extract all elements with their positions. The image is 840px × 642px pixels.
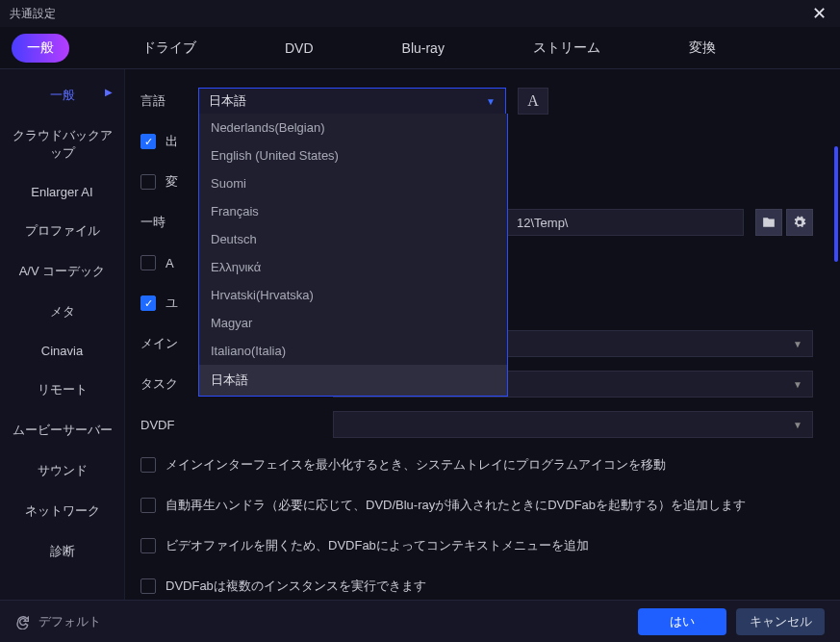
sidebar-item-profile[interactable]: プロファイル [0,211,124,251]
cancel-button[interactable]: キャンセル [736,608,825,635]
language-option[interactable]: Ελληνικά [199,253,507,281]
language-option[interactable]: English (United States) [199,141,507,169]
checkbox-out[interactable] [140,134,156,149]
browse-folder-button[interactable] [755,209,782,236]
language-option[interactable]: Deutsch [199,225,507,253]
checkbox-autoplay-handler[interactable] [140,498,156,513]
language-option[interactable]: Hrvatski(Hrvatska) [199,281,507,309]
language-option[interactable]: Suomi [199,169,507,197]
sidebar: 一般 クラウドバックアップ Enlarger AI プロファイル A/V コーデ… [0,69,125,600]
titlebar: 共通設定 ✕ [0,0,840,27]
checkbox-multiple-instances[interactable] [140,578,156,594]
language-dropdown-list[interactable]: Nederlands(Belgian) English (United Stat… [198,114,508,397]
sidebar-item-av-codec[interactable]: A/V コーデック [0,251,124,292]
chevron-down-icon: ▼ [793,339,802,349]
tab-stream[interactable]: ストリーム [518,34,616,63]
dvdf-select-label: DVDF [140,418,179,432]
language-option[interactable]: Italiano(Italia) [199,337,507,365]
sidebar-item-movie-server[interactable]: ムービーサーバー [0,410,124,450]
chevron-down-icon: ▼ [486,96,496,107]
checkbox-a[interactable] [140,255,156,270]
temp-dir-value: 12\Temp\ [517,216,568,230]
language-option[interactable]: Français [199,197,507,225]
language-option[interactable]: Magyar [199,309,507,337]
chevron-down-icon: ▼ [793,420,802,430]
checkbox-minimize-to-tray[interactable] [140,457,156,473]
language-option-selected[interactable]: 日本語 [199,365,507,396]
ok-button[interactable]: はい [638,608,726,635]
checkbox-change-label: 変 [165,173,178,191]
checkbox-user[interactable] [140,295,156,311]
window-title: 共通設定 [10,6,56,22]
sidebar-item-cinavia[interactable]: Cinavia [0,332,124,370]
tab-general[interactable]: 一般 [12,34,69,63]
sidebar-item-meta[interactable]: メタ [0,292,124,332]
dvdf-select[interactable]: ▼ [333,411,813,438]
sidebar-item-sound[interactable]: サウンド [0,450,124,491]
language-select[interactable]: 日本語 ▼ [198,88,506,115]
main-select-label: メイン [140,335,179,352]
tab-convert[interactable]: 変換 [674,34,731,63]
settings-gear-button[interactable] [786,209,813,236]
temp-dir-input[interactable]: 12\Temp\ [506,209,744,236]
language-selected-value: 日本語 [209,92,246,110]
checkbox-context-menu[interactable] [140,538,156,553]
checkbox-minimize-to-tray-label: メインインターフェイスを最小化するとき、システムトレイにプログラムアイコンを移動 [165,456,666,474]
sidebar-item-cloud-backup[interactable]: クラウドバックアップ [0,116,124,173]
font-button[interactable]: A [518,88,548,115]
content-panel: 言語 日本語 ▼ A 出 変 一時 12\Temp\ [125,69,840,600]
scrollbar-thumb[interactable] [834,146,838,262]
sidebar-item-diagnostics[interactable]: 診断 [0,531,124,572]
temp-dir-label: 一時 [140,214,179,231]
tab-dvd[interactable]: DVD [269,35,329,62]
main-tabs: 一般 ドライブ DVD Blu-ray ストリーム 変換 [0,27,840,69]
tab-bluray[interactable]: Blu-ray [387,35,460,62]
refresh-icon [15,614,31,629]
checkbox-a-label: A [165,256,174,270]
checkbox-multiple-instances-label: DVDFabは複数のインスタンスを実行できます [165,578,426,595]
restore-defaults-label: デフォルト [38,613,101,630]
footer: デフォルト はい キャンセル [0,600,840,642]
chevron-down-icon: ▼ [793,379,802,390]
close-icon[interactable]: ✕ [808,3,830,24]
restore-defaults-button[interactable]: デフォルト [15,613,101,630]
checkbox-autoplay-handler-label: 自動再生ハンドラ（必要に応じて、DVD/Blu-rayが挿入されたときにDVDF… [165,497,746,514]
sidebar-item-enlarger-ai[interactable]: Enlarger AI [0,173,124,211]
language-option[interactable]: Nederlands(Belgian) [199,114,507,141]
checkbox-change[interactable] [140,174,156,190]
language-label: 言語 [140,92,198,110]
sidebar-item-network[interactable]: ネットワーク [0,491,124,531]
task-select-label: タスク [140,375,179,393]
sidebar-item-general[interactable]: 一般 [0,75,124,116]
checkbox-user-label: ユ [165,295,178,312]
checkbox-context-menu-label: ビデオファイルを開くため、DVDFabによってコンテキストメニューを追加 [165,537,589,554]
checkbox-out-label: 出 [165,133,178,150]
tab-drive[interactable]: ドライブ [127,34,212,63]
sidebar-item-remote[interactable]: リモート [0,370,124,410]
